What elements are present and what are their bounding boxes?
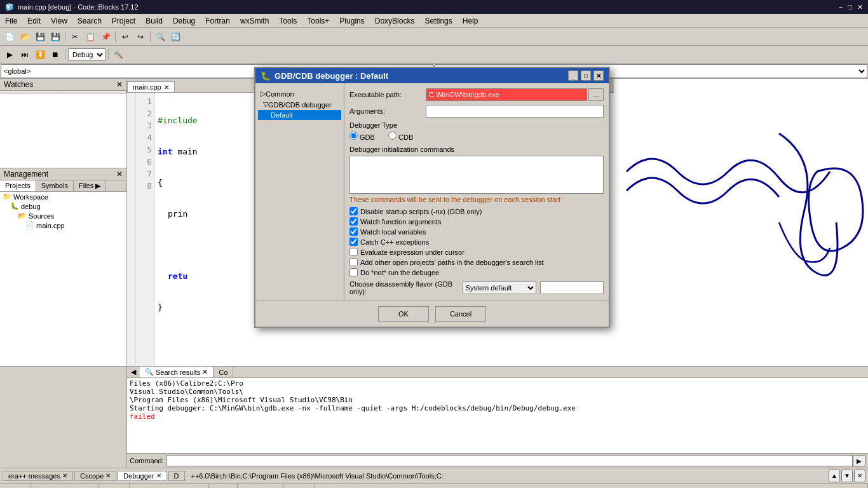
tree-debug[interactable]: 🐛 debug bbox=[0, 201, 126, 211]
menu-fortran[interactable]: Fortran bbox=[200, 15, 235, 27]
tab-files[interactable]: Files ▶ bbox=[74, 180, 106, 191]
command-input[interactable] bbox=[166, 455, 853, 466]
menu-search[interactable]: Search bbox=[72, 15, 107, 27]
logs-nav-left[interactable]: ◀ bbox=[127, 367, 140, 377]
tab-close-button[interactable]: ✕ bbox=[164, 84, 169, 91]
menu-debug[interactable]: Debug bbox=[168, 15, 200, 27]
tree-common[interactable]: ▷ Common bbox=[258, 88, 341, 99]
left-panels: Watches ✕ Management ✕ Projects Symbols … bbox=[0, 79, 127, 366]
no-run-checkbox[interactable] bbox=[349, 268, 358, 276]
debugger-tab-close[interactable]: ✕ bbox=[156, 472, 161, 479]
tree-sources[interactable]: 📂 Sources bbox=[0, 211, 126, 220]
gdb-radio[interactable] bbox=[349, 132, 358, 140]
tab-projects[interactable]: Projects bbox=[0, 180, 36, 191]
minimize-button[interactable]: − bbox=[839, 3, 843, 11]
arguments-input[interactable] bbox=[426, 105, 604, 118]
close-button[interactable]: ✕ bbox=[857, 3, 863, 11]
btab-close-all[interactable]: ✕ bbox=[854, 470, 865, 482]
tb-undo[interactable]: ↩ bbox=[118, 30, 132, 44]
logs-tab-search-results[interactable]: 🔍 Search results ✕ bbox=[140, 367, 214, 377]
menu-project[interactable]: Project bbox=[107, 15, 140, 27]
menu-build[interactable]: Build bbox=[140, 15, 168, 27]
tb-debug-stop[interactable]: ⏹ bbox=[48, 48, 62, 62]
cdb-radio[interactable] bbox=[388, 132, 397, 140]
eval-expr-checkbox[interactable] bbox=[349, 248, 358, 256]
gdb-radio-label[interactable]: GDB bbox=[349, 133, 377, 141]
btab-debugger[interactable]: Debugger ✕ bbox=[118, 471, 166, 481]
cancel-button[interactable]: Cancel bbox=[435, 306, 486, 322]
sep2 bbox=[115, 31, 116, 43]
dialog-title-icon: 🐛 bbox=[261, 71, 271, 81]
tb-save[interactable]: 💾 bbox=[33, 30, 47, 44]
btab-era-messages[interactable]: era++ messages ✕ bbox=[3, 471, 73, 481]
btab-scroll-down[interactable]: ▼ bbox=[841, 470, 853, 482]
menu-edit[interactable]: Edit bbox=[22, 15, 46, 27]
tb-save-all[interactable]: 💾 bbox=[48, 30, 62, 44]
dialog-minimize-button[interactable]: _ bbox=[568, 71, 578, 81]
menu-tools[interactable]: Tools bbox=[274, 15, 302, 27]
era-messages-close[interactable]: ✕ bbox=[62, 472, 67, 479]
tb-copy[interactable]: 📋 bbox=[83, 30, 97, 44]
disassembly-select[interactable]: System default bbox=[463, 281, 536, 294]
tb-debug-next[interactable]: ⏭ bbox=[18, 48, 32, 62]
exec-path-row: Executable path: … bbox=[349, 88, 604, 101]
watch-locals-checkbox[interactable] bbox=[349, 227, 358, 236]
gdb-label: GDB bbox=[360, 133, 375, 141]
cscope-close[interactable]: ✕ bbox=[105, 472, 111, 479]
tb-open[interactable]: 📂 bbox=[18, 30, 32, 44]
management-label: Management bbox=[4, 170, 48, 179]
tb-redo[interactable]: ↪ bbox=[133, 30, 147, 44]
editor-tab-main-cpp[interactable]: main.cpp ✕ bbox=[127, 81, 175, 92]
disable-startup-checkbox[interactable] bbox=[349, 207, 358, 215]
btab-scroll-up[interactable]: ▲ bbox=[829, 470, 840, 482]
line-numbers: 1 2 3 4 5 6 7 8 bbox=[136, 93, 155, 366]
build-config-select[interactable]: Debug bbox=[68, 48, 105, 61]
watch-args-checkbox[interactable] bbox=[349, 217, 358, 226]
tb-debug-step[interactable]: ⏬ bbox=[33, 48, 47, 62]
menu-view[interactable]: View bbox=[46, 15, 72, 27]
dialog-close-button[interactable]: ✕ bbox=[593, 71, 604, 81]
menu-help[interactable]: Help bbox=[458, 15, 484, 27]
tb-replace[interactable]: 🔄 bbox=[168, 30, 182, 44]
line-7: 7 bbox=[136, 168, 154, 180]
exec-path-browse-button[interactable]: … bbox=[588, 88, 604, 101]
tree-gdb-cdb-debugger[interactable]: ▽ GDB/CDB debugger bbox=[258, 99, 341, 110]
line-3: 3 bbox=[136, 119, 154, 132]
catch-cpp-checkbox[interactable] bbox=[349, 238, 358, 246]
tb-new[interactable]: 📄 bbox=[3, 30, 17, 44]
maximize-button[interactable]: □ bbox=[848, 3, 852, 11]
menu-file[interactable]: File bbox=[0, 15, 22, 27]
tree-main-cpp[interactable]: 📄 main.cpp bbox=[0, 220, 126, 230]
init-commands-textarea[interactable] bbox=[349, 156, 604, 194]
tb-build[interactable]: 🔨 bbox=[111, 48, 125, 62]
management-close-button[interactable]: ✕ bbox=[116, 170, 123, 179]
tree-workspace[interactable]: 📁 Workspace bbox=[0, 192, 126, 201]
watch-locals-label: Watch local variables bbox=[360, 228, 426, 236]
disassembly-input[interactable] bbox=[540, 281, 604, 294]
tb-debug-run[interactable]: ▶ bbox=[3, 48, 17, 62]
menu-plugins[interactable]: Plugins bbox=[334, 15, 369, 27]
logs-tab-co[interactable]: Co bbox=[214, 367, 233, 377]
watches-close-button[interactable]: ✕ bbox=[116, 80, 123, 89]
management-title: Management ✕ bbox=[0, 168, 126, 180]
ok-button[interactable]: OK bbox=[378, 306, 429, 322]
search-results-close[interactable]: ✕ bbox=[202, 368, 208, 376]
dialog-maximize-button[interactable]: □ bbox=[581, 71, 591, 81]
cdb-radio-label[interactable]: CDB bbox=[388, 133, 413, 141]
tree-default[interactable]: Default bbox=[258, 110, 341, 120]
menu-settings[interactable]: Settings bbox=[419, 15, 457, 27]
exec-path-input[interactable] bbox=[426, 88, 587, 101]
tb-cut[interactable]: ✂ bbox=[68, 30, 82, 44]
tab-symbols[interactable]: Symbols bbox=[36, 180, 74, 191]
add-paths-checkbox[interactable] bbox=[349, 258, 358, 266]
btab-d[interactable]: D bbox=[168, 471, 185, 481]
era-messages-label: era++ messages bbox=[8, 472, 60, 480]
menu-tools-plus[interactable]: Tools+ bbox=[302, 15, 334, 27]
menu-wxsmith[interactable]: wxSmith bbox=[235, 15, 274, 27]
menu-doxyblocks[interactable]: DoxyBlocks bbox=[370, 15, 420, 27]
tb-paste[interactable]: 📌 bbox=[98, 30, 112, 44]
tb-find[interactable]: 🔍 bbox=[153, 30, 167, 44]
btab-cscope[interactable]: Cscope ✕ bbox=[74, 471, 116, 481]
workspace-label: Workspace bbox=[13, 193, 48, 201]
command-submit-button[interactable]: ▶ bbox=[853, 455, 865, 466]
